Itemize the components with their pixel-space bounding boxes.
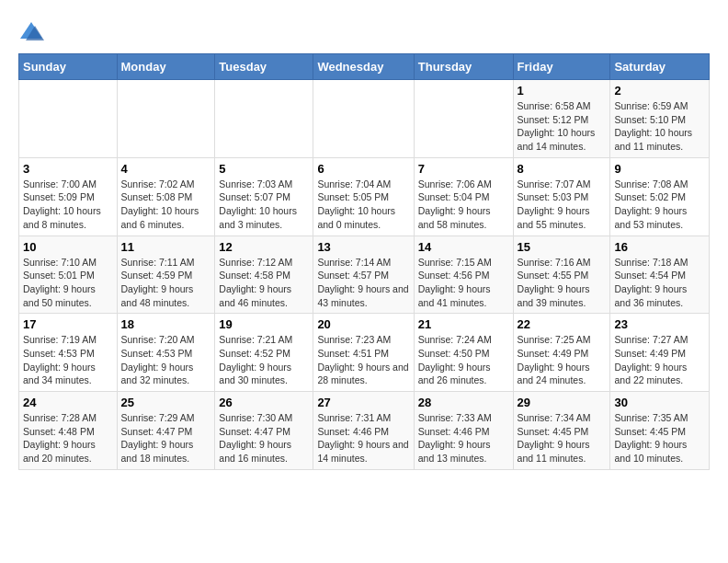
calendar-day-cell: 16Sunrise: 7:18 AM Sunset: 4:54 PM Dayli… xyxy=(610,236,710,314)
day-info: Sunrise: 7:34 AM Sunset: 4:45 PM Dayligh… xyxy=(518,411,607,465)
day-info: Sunrise: 7:18 AM Sunset: 4:54 PM Dayligh… xyxy=(614,256,705,310)
day-number: 2 xyxy=(614,84,705,98)
calendar-day-cell: 18Sunrise: 7:20 AM Sunset: 4:53 PM Dayli… xyxy=(117,314,215,392)
day-number: 4 xyxy=(121,162,211,176)
day-number: 29 xyxy=(518,396,607,409)
day-of-week-header: Thursday xyxy=(414,54,513,80)
day-number: 12 xyxy=(219,240,309,254)
calendar-day-cell: 17Sunrise: 7:19 AM Sunset: 4:53 PM Dayli… xyxy=(19,314,118,392)
day-info: Sunrise: 7:11 AM Sunset: 4:59 PM Dayligh… xyxy=(121,256,211,310)
day-number: 6 xyxy=(317,162,409,176)
calendar-day-cell: 14Sunrise: 7:15 AM Sunset: 4:56 PM Dayli… xyxy=(414,236,513,314)
day-number: 16 xyxy=(614,240,705,254)
day-of-week-header: Friday xyxy=(513,54,610,80)
day-number: 3 xyxy=(23,162,113,176)
calendar-day-cell: 15Sunrise: 7:16 AM Sunset: 4:55 PM Dayli… xyxy=(513,236,610,314)
calendar-day-cell: 25Sunrise: 7:29 AM Sunset: 4:47 PM Dayli… xyxy=(117,392,215,470)
day-info: Sunrise: 7:30 AM Sunset: 4:47 PM Dayligh… xyxy=(219,411,309,465)
calendar-day-cell: 26Sunrise: 7:30 AM Sunset: 4:47 PM Dayli… xyxy=(215,392,313,470)
calendar-day-cell: 9Sunrise: 7:08 AM Sunset: 5:02 PM Daylig… xyxy=(610,157,710,236)
day-number: 15 xyxy=(518,240,607,254)
day-info: Sunrise: 7:03 AM Sunset: 5:07 PM Dayligh… xyxy=(219,178,309,232)
calendar-week-row: 3Sunrise: 7:00 AM Sunset: 5:09 PM Daylig… xyxy=(19,157,710,236)
day-number: 25 xyxy=(121,396,211,409)
day-number: 27 xyxy=(317,396,409,409)
day-info: Sunrise: 7:31 AM Sunset: 4:46 PM Dayligh… xyxy=(317,411,409,465)
day-info: Sunrise: 7:27 AM Sunset: 4:49 PM Dayligh… xyxy=(614,333,705,387)
calendar-day-cell xyxy=(117,80,215,158)
calendar-day-cell: 10Sunrise: 7:10 AM Sunset: 5:01 PM Dayli… xyxy=(19,236,118,314)
day-number: 21 xyxy=(418,317,509,331)
calendar-week-row: 24Sunrise: 7:28 AM Sunset: 4:48 PM Dayli… xyxy=(19,392,710,470)
day-number: 18 xyxy=(121,317,211,331)
calendar-day-cell: 8Sunrise: 7:07 AM Sunset: 5:03 PM Daylig… xyxy=(513,157,610,236)
day-info: Sunrise: 7:02 AM Sunset: 5:08 PM Dayligh… xyxy=(121,178,211,232)
day-info: Sunrise: 7:16 AM Sunset: 4:55 PM Dayligh… xyxy=(518,256,607,310)
calendar-day-cell xyxy=(313,80,414,158)
day-number: 13 xyxy=(317,240,409,254)
day-info: Sunrise: 7:21 AM Sunset: 4:52 PM Dayligh… xyxy=(219,333,309,387)
calendar-day-cell xyxy=(414,80,513,158)
day-number: 1 xyxy=(518,84,607,98)
day-info: Sunrise: 7:15 AM Sunset: 4:56 PM Dayligh… xyxy=(418,256,509,310)
calendar-day-cell: 20Sunrise: 7:23 AM Sunset: 4:51 PM Dayli… xyxy=(313,314,414,392)
calendar-day-cell: 23Sunrise: 7:27 AM Sunset: 4:49 PM Dayli… xyxy=(610,314,710,392)
calendar-day-cell: 2Sunrise: 6:59 AM Sunset: 5:10 PM Daylig… xyxy=(610,80,710,158)
calendar-week-row: 10Sunrise: 7:10 AM Sunset: 5:01 PM Dayli… xyxy=(19,236,710,314)
calendar-week-row: 1Sunrise: 6:58 AM Sunset: 5:12 PM Daylig… xyxy=(19,80,710,158)
day-number: 30 xyxy=(614,396,705,409)
day-info: Sunrise: 7:00 AM Sunset: 5:09 PM Dayligh… xyxy=(23,178,113,232)
day-number: 9 xyxy=(614,162,705,176)
day-of-week-header: Monday xyxy=(117,54,215,80)
day-info: Sunrise: 7:12 AM Sunset: 4:58 PM Dayligh… xyxy=(219,256,309,310)
calendar-header: SundayMondayTuesdayWednesdayThursdayFrid… xyxy=(19,54,710,80)
calendar-day-cell: 24Sunrise: 7:28 AM Sunset: 4:48 PM Dayli… xyxy=(19,392,118,470)
day-number: 24 xyxy=(23,396,113,409)
day-info: Sunrise: 7:33 AM Sunset: 4:46 PM Dayligh… xyxy=(418,411,509,465)
day-number: 8 xyxy=(518,162,607,176)
day-of-week-header: Sunday xyxy=(19,54,118,80)
calendar-table: SundayMondayTuesdayWednesdayThursdayFrid… xyxy=(18,53,710,470)
day-number: 11 xyxy=(121,240,211,254)
calendar-day-cell: 3Sunrise: 7:00 AM Sunset: 5:09 PM Daylig… xyxy=(19,157,118,236)
day-number: 7 xyxy=(418,162,509,176)
day-info: Sunrise: 7:07 AM Sunset: 5:03 PM Dayligh… xyxy=(518,178,607,232)
day-number: 10 xyxy=(23,240,113,254)
day-info: Sunrise: 7:19 AM Sunset: 4:53 PM Dayligh… xyxy=(23,333,113,387)
day-info: Sunrise: 7:24 AM Sunset: 4:50 PM Dayligh… xyxy=(418,333,509,387)
calendar-day-cell: 22Sunrise: 7:25 AM Sunset: 4:49 PM Dayli… xyxy=(513,314,610,392)
day-info: Sunrise: 7:35 AM Sunset: 4:45 PM Dayligh… xyxy=(614,411,705,465)
day-info: Sunrise: 7:28 AM Sunset: 4:48 PM Dayligh… xyxy=(23,411,113,465)
calendar-day-cell: 30Sunrise: 7:35 AM Sunset: 4:45 PM Dayli… xyxy=(610,392,710,470)
day-info: Sunrise: 6:58 AM Sunset: 5:12 PM Dayligh… xyxy=(518,99,607,154)
calendar-day-cell: 1Sunrise: 6:58 AM Sunset: 5:12 PM Daylig… xyxy=(513,80,610,158)
calendar-day-cell: 27Sunrise: 7:31 AM Sunset: 4:46 PM Dayli… xyxy=(313,392,414,470)
calendar-day-cell: 11Sunrise: 7:11 AM Sunset: 4:59 PM Dayli… xyxy=(117,236,215,314)
day-of-week-header: Saturday xyxy=(610,54,710,80)
calendar-week-row: 17Sunrise: 7:19 AM Sunset: 4:53 PM Dayli… xyxy=(19,314,710,392)
calendar-day-cell xyxy=(215,80,313,158)
day-info: Sunrise: 7:04 AM Sunset: 5:05 PM Dayligh… xyxy=(317,178,409,232)
calendar-day-cell: 28Sunrise: 7:33 AM Sunset: 4:46 PM Dayli… xyxy=(414,392,513,470)
day-info: Sunrise: 7:10 AM Sunset: 5:01 PM Dayligh… xyxy=(23,256,113,310)
logo xyxy=(18,18,48,44)
calendar-day-cell: 7Sunrise: 7:06 AM Sunset: 5:04 PM Daylig… xyxy=(414,157,513,236)
calendar-day-cell xyxy=(19,80,118,158)
day-number: 19 xyxy=(219,317,309,331)
day-number: 26 xyxy=(219,396,309,409)
calendar-day-cell: 4Sunrise: 7:02 AM Sunset: 5:08 PM Daylig… xyxy=(117,157,215,236)
calendar-day-cell: 13Sunrise: 7:14 AM Sunset: 4:57 PM Dayli… xyxy=(313,236,414,314)
day-number: 14 xyxy=(418,240,509,254)
calendar-day-cell: 29Sunrise: 7:34 AM Sunset: 4:45 PM Dayli… xyxy=(513,392,610,470)
day-info: Sunrise: 7:06 AM Sunset: 5:04 PM Dayligh… xyxy=(418,178,509,232)
day-info: Sunrise: 7:29 AM Sunset: 4:47 PM Dayligh… xyxy=(121,411,211,465)
calendar-day-cell: 12Sunrise: 7:12 AM Sunset: 4:58 PM Dayli… xyxy=(215,236,313,314)
day-number: 17 xyxy=(23,317,113,331)
day-info: Sunrise: 7:14 AM Sunset: 4:57 PM Dayligh… xyxy=(317,256,409,310)
day-info: Sunrise: 7:25 AM Sunset: 4:49 PM Dayligh… xyxy=(518,333,607,387)
day-of-week-header: Wednesday xyxy=(313,54,414,80)
calendar-day-cell: 21Sunrise: 7:24 AM Sunset: 4:50 PM Dayli… xyxy=(414,314,513,392)
day-info: Sunrise: 7:23 AM Sunset: 4:51 PM Dayligh… xyxy=(317,333,409,387)
day-number: 23 xyxy=(614,317,705,331)
day-number: 28 xyxy=(418,396,509,409)
